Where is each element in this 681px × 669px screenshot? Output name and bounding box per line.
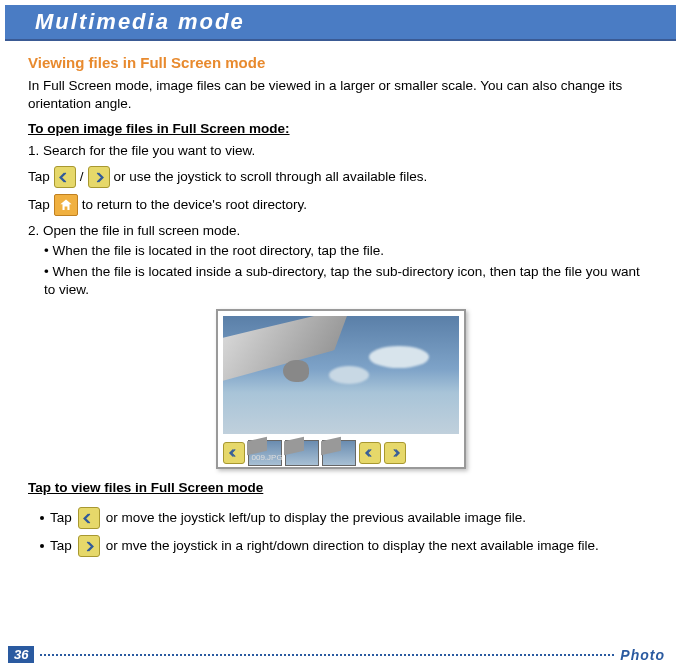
cloud-icon — [329, 366, 369, 384]
next-text: or mve the joystick in a right/down dire… — [106, 537, 599, 555]
open-heading: To open image files in Full Screen mode: — [28, 120, 653, 138]
photo-preview — [223, 316, 459, 434]
cloud-icon — [369, 346, 429, 368]
header-bar: Multimedia mode — [5, 5, 676, 41]
thumbnail[interactable] — [322, 440, 356, 466]
bullet-dot — [40, 544, 44, 548]
thumbnail[interactable]: 009.JPG — [248, 440, 282, 466]
intro-text: In Full Screen mode, image files can be … — [28, 77, 653, 113]
footer-dots — [40, 654, 614, 656]
section-title: Viewing files in Full Screen mode — [28, 53, 653, 73]
footer-label: Photo — [620, 647, 673, 663]
tap-label-4: Tap — [50, 537, 72, 555]
footer: 36 Photo — [0, 646, 681, 663]
airplane-engine — [283, 360, 309, 382]
return-text: to return to the device's root directory… — [82, 196, 307, 214]
step-2: 2. Open the file in full screen mode. — [28, 222, 653, 240]
strip-back-icon[interactable] — [359, 442, 381, 464]
scroll-text: or use the joystick to scroll through al… — [114, 168, 428, 186]
tap-view-heading: Tap to view files in Full Screen mode — [28, 479, 653, 497]
prev-icon — [54, 166, 76, 188]
thumbnail-strip: 009.JPG — [223, 438, 459, 468]
step2-bullets: • When the file is located in the root d… — [28, 242, 653, 299]
screenshot: 009.JPG — [216, 309, 466, 469]
bullet-dot — [40, 516, 44, 520]
thumb-label: 009.JPG — [252, 453, 283, 464]
tap-label-3: Tap — [50, 509, 72, 527]
prev-text: or move the joystick left/up to display … — [106, 509, 526, 527]
strip-prev-icon[interactable] — [223, 442, 245, 464]
next-icon — [78, 535, 100, 557]
step-1: 1. Search for the file you want to view. — [28, 142, 653, 160]
next-file-row: Tap or mve the joystick in a right/down … — [40, 535, 653, 557]
page-number: 36 — [8, 646, 34, 663]
home-icon — [54, 194, 78, 216]
prev-file-row: Tap or move the joystick left/up to disp… — [40, 507, 653, 529]
tap-home-line: Tap to return to the device's root direc… — [28, 194, 653, 216]
bullet-a: • When the file is located in the root d… — [44, 242, 653, 260]
tap-label: Tap — [28, 168, 50, 186]
bullet-b: • When the file is located inside a sub-… — [44, 263, 653, 299]
strip-next-icon[interactable] — [384, 442, 406, 464]
header-title: Multimedia mode — [35, 9, 245, 35]
content: Viewing files in Full Screen mode In Ful… — [0, 41, 681, 557]
screenshot-wrap: 009.JPG — [28, 309, 653, 469]
tap-label-2: Tap — [28, 196, 50, 214]
tap-scroll-line: Tap / or use the joystick to scroll thro… — [28, 166, 653, 188]
slash: / — [80, 168, 84, 186]
thumbnail[interactable] — [285, 440, 319, 466]
prev-icon — [78, 507, 100, 529]
next-icon — [88, 166, 110, 188]
